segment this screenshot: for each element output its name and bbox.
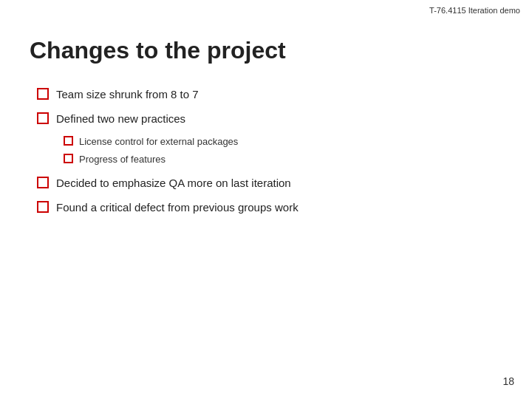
sub-bullet-item-1: License control for external packages xyxy=(64,135,502,149)
bullet-text-3: Decided to emphasize QA more on last ite… xyxy=(56,175,291,191)
slide-container: T-76.4115 Iteration demo Changes to the … xyxy=(0,0,532,399)
sub-bullet-text-2: Progress of features xyxy=(79,153,166,166)
bullet-item-1: Team size shrunk from 8 to 7 xyxy=(37,86,502,102)
bullet-icon-3 xyxy=(37,177,49,188)
content-area: Team size shrunk from 8 to 7 Defined two… xyxy=(30,86,502,215)
bullet-text-4: Found a critical defect from previous gr… xyxy=(56,200,299,215)
sub-bullet-icon-2 xyxy=(64,154,73,163)
bullet-item-2: Defined two new practices xyxy=(37,111,502,126)
bullet-icon-1 xyxy=(37,88,49,100)
sub-bullet-item-2: Progress of features xyxy=(64,153,502,166)
bullet-item-3: Decided to emphasize QA more on last ite… xyxy=(37,175,502,191)
bullet-icon-2 xyxy=(37,112,49,124)
sub-bullet-icon-1 xyxy=(64,136,73,146)
bullet-text-1: Team size shrunk from 8 to 7 xyxy=(56,86,199,102)
page-number: 18 xyxy=(502,375,514,387)
bullet-text-2: Defined two new practices xyxy=(56,111,185,126)
header-label: T-76.4115 Iteration demo xyxy=(429,6,520,15)
bullet-icon-4 xyxy=(37,201,49,213)
slide-title: Changes to the project xyxy=(30,37,502,64)
sub-bullet-text-1: License control for external packages xyxy=(79,135,238,149)
sub-bullets: License control for external packages Pr… xyxy=(37,135,502,166)
bullet-item-4: Found a critical defect from previous gr… xyxy=(37,200,502,215)
